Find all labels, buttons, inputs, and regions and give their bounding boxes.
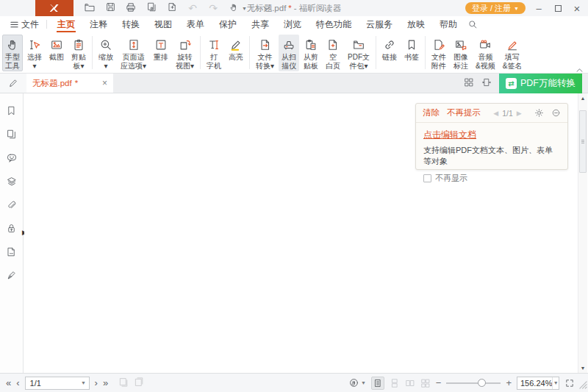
dont-show-checkbox[interactable] [423,174,431,182]
bookmark-button[interactable]: 书签 [401,35,422,71]
print-button[interactable] [123,1,138,15]
page-thumbnails-panel-button[interactable] [4,129,19,142]
single-page-view-button[interactable] [371,377,384,390]
zoom-slider[interactable] [446,378,501,388]
last-page-button[interactable]: » [103,378,108,388]
login-register-button[interactable]: 登录 / 注册▼ [465,2,526,14]
security-panel-icon [6,223,17,236]
clear-button[interactable]: 清除 [423,107,440,118]
tab-close-icon[interactable]: × [102,78,107,88]
redo-button[interactable]: ↷ [206,1,220,15]
menu-tab-共享[interactable]: 共享 [244,16,276,32]
menu-tab-浏览[interactable]: 浏览 [276,16,309,32]
foxit-logo-icon[interactable] [35,0,74,16]
zoom-in-button[interactable]: + [506,378,512,388]
menu-tab-表单[interactable]: 表单 [179,16,212,32]
pager-next-icon[interactable]: ▶ [517,110,522,117]
quick-edit-pen-icon[interactable] [0,74,26,93]
digital-signature-panel-button[interactable] [4,246,19,260]
continuous-facing-view-button[interactable] [420,378,431,388]
zoom-slider-thumb[interactable] [478,379,486,387]
menu-tab-注释[interactable]: 注释 [82,16,115,32]
menu-tab-转换[interactable]: 转换 [115,16,147,32]
bookmarks-panel-button[interactable] [4,105,19,118]
menu-tab-保护[interactable]: 保护 [212,16,244,32]
next-view-icon[interactable] [133,377,144,390]
page-number-input[interactable]: 1/1 ▼ [25,377,90,390]
layers-panel-button[interactable] [4,176,19,189]
page-fit-options-button[interactable]: 页面适应选项▾ [118,35,149,71]
reflow-button[interactable]: 重排 [151,35,171,71]
typewriter-button[interactable]: 打字机 [204,35,224,71]
minimize-button[interactable]: – [529,0,548,16]
search-icon[interactable] [467,19,478,29]
continuous-view-button[interactable] [390,378,400,388]
file-menu[interactable]: 文件 [6,16,43,32]
facing-view-button[interactable] [405,378,415,388]
notification-settings-icon[interactable] [534,108,544,118]
document-tab[interactable]: 无标题.pdf* × [26,74,113,93]
window-resize-grip[interactable] [579,381,587,391]
attachments-panel-button[interactable] [4,199,19,213]
signature-panel-button[interactable] [4,270,19,283]
file-attachment-button[interactable]: 文件附件 [429,35,449,71]
link-button[interactable]: 链接 [379,35,400,71]
new-document-button[interactable] [165,1,179,15]
pager-prev-icon[interactable]: ◀ [493,110,498,117]
customize-toolbar-button[interactable] [259,1,274,15]
previous-view-icon[interactable] [118,377,129,390]
vertical-scrollbar[interactable]: ▲ ▼ [578,93,587,373]
menu-tab-主页[interactable]: 主页 [50,16,82,32]
save-button[interactable] [103,1,118,15]
from-scanner-button[interactable]: 从扫描仪 [279,35,299,71]
ribbon-group: 文件附件图像标注音频&视频填写&签名 [428,32,526,73]
scrollbar-thumb[interactable] [579,110,587,173]
clipboard-button[interactable]: 剪贴板▾ [68,35,89,71]
comments-panel-button[interactable] [4,152,19,165]
edit-document-link[interactable]: 点击编辑文档 [423,129,476,141]
tab-switch-icon[interactable] [481,77,492,90]
scroll-up-icon[interactable]: ▲ [578,93,587,103]
notification-collapse-icon[interactable] [551,108,561,118]
menu-tab-放映[interactable]: 放映 [400,16,432,32]
select-tool-button[interactable]: 选择▾ [24,35,45,71]
image-annotation-button[interactable]: 图像标注 [451,35,471,71]
file-convert-button[interactable]: 文件转换▾ [253,35,277,71]
menu-tab-云服务[interactable]: 云服务 [359,16,400,32]
hand-tool-selector[interactable]: ▼ [348,377,366,388]
chevron-down-icon[interactable]: ▼ [552,377,559,389]
menu-tab-帮助[interactable]: 帮助 [432,16,465,32]
next-page-button[interactable]: › [95,378,98,388]
highlight-button[interactable]: 高亮 [226,35,246,71]
chevron-down-icon[interactable]: ▼ [79,380,89,385]
menu-tab-特色功能[interactable]: 特色功能 [309,16,359,32]
fullscreen-icon[interactable] [564,378,575,388]
fill-sign-button[interactable]: 填写&签名 [500,35,526,71]
hand-tool-quick-button[interactable]: ▼ [226,1,247,15]
maximize-button[interactable] [548,0,567,16]
hand-tool-button[interactable]: 手型工具 [2,35,23,71]
scroll-down-icon[interactable]: ▼ [578,363,587,373]
security-panel-button[interactable] [4,223,19,236]
tab-grid-view-icon[interactable] [464,77,474,90]
menu-tab-视图[interactable]: 视图 [147,16,179,32]
print-preview-button[interactable] [144,1,159,15]
snapshot-button[interactable]: 截图 [46,35,67,71]
blank-page-button[interactable]: 空白页 [323,35,343,71]
audio-video-button[interactable]: 音频&视频 [473,35,498,71]
zoom-out-button[interactable]: − [436,378,442,388]
prev-page-button[interactable]: ‹ [16,378,19,388]
open-file-button[interactable] [82,1,97,15]
dont-remind-button[interactable]: 不再提示 [447,107,481,118]
rotate-view-button[interactable]: 旋转视图▾ [173,35,197,71]
undo-button[interactable]: ↶ [185,1,200,15]
zoom-level-input[interactable]: 156.24% ▼ [517,377,559,390]
titlebar: ↶↷▼ 无标题.pdf*- 福昕阅读器 登录 / 注册▼ – × [0,0,588,16]
from-clipboard-button[interactable]: 从剪贴板 [301,35,321,71]
close-button[interactable]: × [567,0,587,16]
zoom-button[interactable]: 缩放▾ [96,35,116,71]
document-area: ▶ 清除 不再提示 ◀ 1/1 ▶ 点击编辑文档 支持编辑PDF文档文本、图片、… [0,93,588,373]
pdf-convert-button[interactable]: ⇄ PDF万能转换 [499,74,582,93]
pdf-package-button[interactable]: PDF文件包▾ [345,35,373,71]
first-page-button[interactable]: « [6,378,11,388]
